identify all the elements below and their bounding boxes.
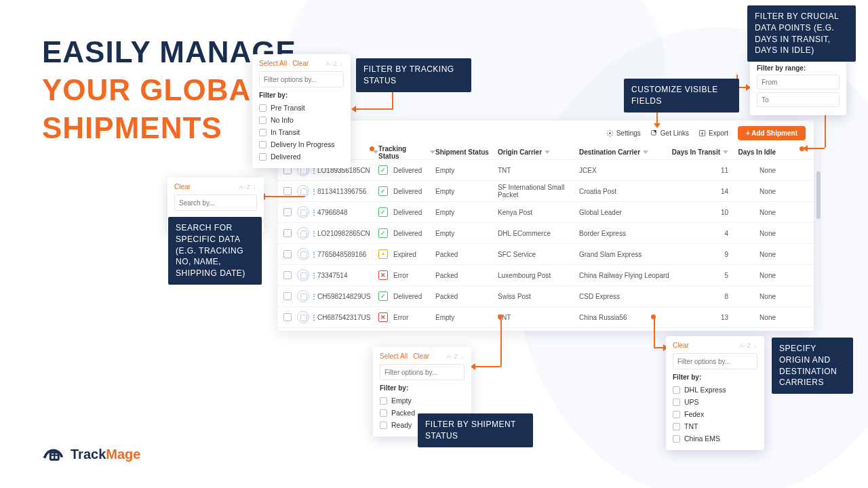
table-row[interactable]: ⋮47966848DeliveredEmptyKenya PostGlobal … bbox=[278, 202, 814, 223]
row-menu-icon[interactable]: ⋮ bbox=[311, 314, 317, 321]
filter-input[interactable] bbox=[264, 76, 350, 83]
clear-link[interactable]: Clear bbox=[174, 183, 191, 190]
days-in-transit: 8 bbox=[670, 293, 728, 300]
row-menu-icon[interactable]: ⋮ bbox=[311, 251, 317, 258]
callout-tracking-status: Filter by tracking status bbox=[356, 58, 471, 92]
trackmage-logo-icon bbox=[41, 442, 65, 466]
shipment-status: Empty bbox=[435, 188, 498, 195]
table-row[interactable]: ⋮LO189356185CNDeliveredEmptyTNTJCEX11Non… bbox=[278, 160, 814, 181]
table-row[interactable]: ⋮7765848589166ExpiredPackedSFC ServiceGr… bbox=[278, 244, 814, 265]
row-checkbox[interactable] bbox=[283, 292, 292, 300]
chevron-down-icon bbox=[643, 150, 648, 154]
origin-carrier: Luxembourg Post bbox=[498, 272, 579, 279]
get-links-button[interactable]: Get Links bbox=[650, 129, 689, 137]
shipment-status: Empty bbox=[435, 167, 498, 174]
destination-carrier: China Railway Flying Leopard bbox=[579, 272, 670, 279]
origin-carrier: Swiss Post bbox=[498, 293, 579, 300]
row-checkbox[interactable] bbox=[283, 229, 292, 237]
days-in-transit: 10 bbox=[670, 209, 728, 216]
tracking-number: 7765848589166 bbox=[317, 251, 378, 258]
filter-input[interactable] bbox=[384, 369, 471, 376]
tracking-number: CH687542317US bbox=[317, 314, 378, 321]
col-shipment-status[interactable]: Shipment Status bbox=[435, 148, 498, 156]
carrier-popover: ClearA-Z ↓ Filter by: DHL ExpressUPSFede… bbox=[666, 336, 764, 450]
row-checkbox[interactable] bbox=[283, 208, 292, 216]
table-row[interactable]: ⋮8113411396756DeliveredEmptySF Internati… bbox=[278, 181, 814, 202]
col-tracking-status[interactable]: Tracking Status bbox=[378, 145, 435, 160]
checkbox-icon bbox=[259, 117, 267, 124]
filter-option[interactable]: Pre Transit bbox=[259, 102, 344, 114]
sort-az[interactable]: A-Z ↓ bbox=[447, 353, 465, 360]
connector-dot bbox=[800, 146, 804, 151]
select-all-link[interactable]: Select All bbox=[259, 60, 287, 67]
filter-option[interactable]: UPS bbox=[673, 396, 757, 408]
row-menu-icon[interactable]: ⋮ bbox=[311, 230, 317, 237]
col-days-in-idle[interactable]: Days In Idle bbox=[728, 148, 776, 156]
table-row[interactable]: ⋮CH687542317USErrorEmptyTNTChina Russia5… bbox=[278, 307, 814, 328]
filter-option[interactable]: In Transit bbox=[259, 126, 344, 138]
days-in-idle: None bbox=[728, 167, 776, 174]
sort-az[interactable]: A-Z ↓ bbox=[740, 342, 758, 349]
col-origin-carrier[interactable]: Origin Carrier bbox=[498, 148, 579, 156]
table-row[interactable]: ⋮CH598214829USDeliveredPackedSwiss PostC… bbox=[278, 286, 814, 307]
filter-option[interactable]: Delivery In Progress bbox=[259, 138, 344, 150]
clear-link[interactable]: Clear bbox=[292, 60, 309, 67]
checkbox-icon bbox=[673, 411, 680, 418]
origin-carrier: Kenya Post bbox=[498, 209, 579, 216]
row-menu-icon[interactable]: ⋮ bbox=[311, 209, 317, 216]
sort-az[interactable]: A-Z ↓ bbox=[239, 184, 258, 190]
tracking-status: Delivered bbox=[378, 186, 435, 196]
sort-az[interactable]: A-Z ↓ bbox=[326, 60, 344, 67]
checkbox-icon bbox=[380, 422, 387, 429]
svg-point-1 bbox=[609, 132, 611, 134]
clear-link[interactable]: Clear bbox=[673, 342, 689, 349]
days-in-transit: 9 bbox=[670, 251, 728, 258]
export-button[interactable]: Export bbox=[698, 129, 728, 137]
settings-button[interactable]: Settings bbox=[606, 129, 641, 137]
filter-option[interactable]: Empty bbox=[380, 394, 465, 407]
col-destination-carrier[interactable]: Destination Carrier bbox=[579, 148, 670, 156]
brand-name: TrackMage bbox=[71, 447, 140, 462]
filter-input-wrap bbox=[673, 353, 757, 369]
days-in-idle: None bbox=[728, 230, 776, 237]
filter-by-label: Filter by: bbox=[380, 384, 465, 392]
package-icon bbox=[297, 311, 309, 323]
row-menu-icon[interactable]: ⋮ bbox=[311, 188, 317, 195]
clear-link[interactable]: Clear bbox=[413, 352, 429, 360]
filter-option[interactable]: DHL Express bbox=[673, 384, 757, 396]
scrollbar[interactable] bbox=[816, 151, 821, 307]
chevron-down-icon bbox=[723, 150, 728, 154]
brand-logo: TrackMage bbox=[41, 442, 140, 466]
row-checkbox[interactable] bbox=[283, 250, 292, 258]
row-menu-icon[interactable]: ⋮ bbox=[311, 293, 317, 300]
filter-option[interactable]: TNT bbox=[673, 420, 757, 432]
filter-option[interactable]: Fedex bbox=[673, 408, 757, 420]
filter-option[interactable]: Delivered bbox=[259, 150, 344, 163]
from-input[interactable] bbox=[762, 79, 835, 86]
table-row[interactable]: ⋮73347514ErrorPackedLuxembourg PostChina… bbox=[278, 265, 814, 286]
filter-option[interactable]: China EMS bbox=[673, 432, 757, 445]
package-icon bbox=[297, 206, 309, 218]
tracking-status: Delivered bbox=[378, 228, 435, 238]
status-badge-icon bbox=[378, 249, 388, 259]
search-input[interactable] bbox=[179, 199, 265, 207]
days-in-transit: 13 bbox=[670, 314, 728, 321]
row-checkbox[interactable] bbox=[283, 313, 292, 321]
filter-input[interactable] bbox=[677, 358, 764, 365]
select-all-link[interactable]: Select All bbox=[380, 352, 408, 360]
export-icon bbox=[698, 129, 706, 137]
col-days-in-transit[interactable]: Days In Transit bbox=[670, 148, 728, 156]
to-input[interactable] bbox=[762, 96, 835, 104]
row-menu-icon[interactable]: ⋮ bbox=[311, 272, 317, 279]
table-row[interactable]: ⋮LO210982865CNDeliveredEmptyDHL ECommerc… bbox=[278, 223, 814, 244]
scrollbar-thumb[interactable] bbox=[816, 171, 821, 219]
table-toolbar: Settings Get Links Export + Add Shipment bbox=[606, 126, 806, 140]
tracking-number: 8113411396756 bbox=[317, 188, 378, 195]
filter-input-wrap bbox=[259, 71, 344, 87]
shipments-table: Settings Get Links Export + Add Shipment… bbox=[278, 121, 814, 331]
row-checkbox[interactable] bbox=[283, 187, 292, 195]
add-shipment-button[interactable]: + Add Shipment bbox=[738, 126, 806, 140]
filter-option[interactable]: No Info bbox=[259, 114, 344, 126]
row-checkbox[interactable] bbox=[283, 271, 292, 279]
table-body: ⋮LO189356185CNDeliveredEmptyTNTJCEX11Non… bbox=[278, 160, 814, 328]
